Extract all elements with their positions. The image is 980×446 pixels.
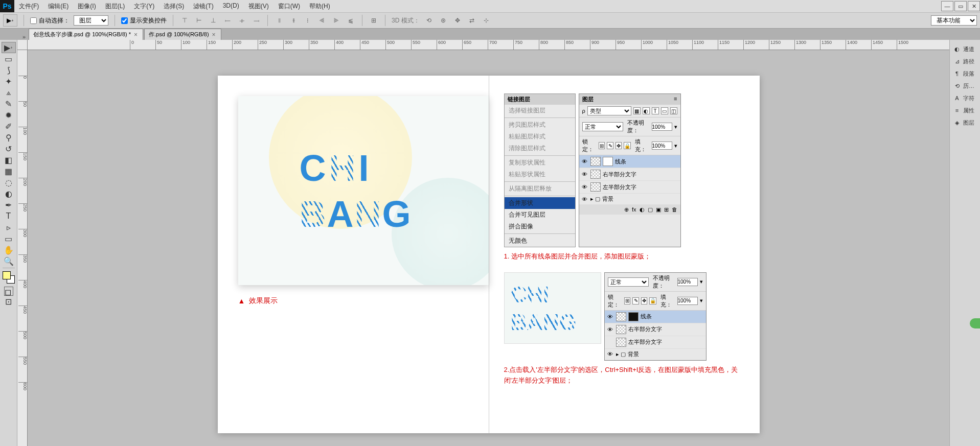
brush-tool[interactable]: ✐ (2, 121, 16, 132)
context-item[interactable]: 合并可见图层 (505, 209, 575, 221)
auto-select-type[interactable]: 图层 (74, 15, 108, 26)
lasso-tool[interactable]: ⟆ (2, 64, 16, 76)
panel-tab[interactable]: ⊿路径 (950, 55, 980, 67)
hand-tool[interactable]: ✋ (2, 244, 16, 255)
foreground-color[interactable] (3, 271, 11, 279)
type-tool[interactable]: T (2, 210, 16, 222)
menu-help[interactable]: 帮助(H) (305, 1, 335, 12)
context-item[interactable]: 粘贴形状属性 (505, 169, 575, 180)
align-left-icon[interactable]: ⟝ (222, 15, 233, 26)
menu-file[interactable]: 文件(F) (14, 1, 43, 12)
dodge-tool[interactable]: ◐ (2, 188, 16, 199)
dist-v3-icon[interactable]: ⫹ (346, 15, 356, 26)
3d-roll-icon[interactable]: ⊛ (438, 15, 448, 26)
context-item[interactable]: 清除图层样式 (505, 143, 575, 154)
panel-tab[interactable]: ◐通道 (950, 43, 980, 55)
menu-edit[interactable]: 编辑(E) (43, 1, 73, 12)
menu-view[interactable]: 视图(V) (244, 1, 274, 12)
context-item[interactable]: 无颜色 (505, 235, 575, 247)
dist-v1-icon[interactable]: ⫷ (317, 15, 327, 26)
panel-tab[interactable]: A字符 (950, 92, 980, 104)
canvas-scroll[interactable]: CHI BANG ▲ 效果展示 链接图层选择链接图层拷贝图层样式粘贴图层样式清 (28, 50, 949, 446)
context-item[interactable]: 拷贝图层样式 (505, 119, 575, 131)
show-transform-checkbox[interactable] (121, 17, 128, 24)
menu-type[interactable]: 文字(Y) (129, 1, 159, 12)
visibility-icon[interactable]: 👁 (581, 196, 588, 202)
tab-arrow-right[interactable]: » (19, 34, 29, 40)
menu-layer[interactable]: 图层(L) (101, 1, 130, 12)
menu-image[interactable]: 图像(I) (73, 1, 100, 12)
layer-row[interactable]: 👁左半部分文字 (579, 181, 680, 194)
marquee-tool[interactable]: ▭ (2, 53, 16, 64)
context-item[interactable]: 从隔离图层释放 (505, 183, 575, 195)
menu-3d[interactable]: 3D(D) (218, 1, 244, 12)
visibility-icon[interactable]: 👁 (607, 326, 614, 333)
menu-select[interactable]: 选择(S) (159, 1, 189, 12)
minimize-button[interactable]: — (941, 1, 953, 11)
visibility-icon[interactable]: 👁 (607, 314, 614, 320)
stamp-tool[interactable]: ⚲ (2, 132, 16, 143)
dist-v2-icon[interactable]: ⫸ (331, 15, 341, 26)
align-top-icon[interactable]: ⊤ (179, 15, 190, 26)
shape-tool[interactable]: ▭ (2, 233, 16, 244)
eyedropper-tool[interactable]: ✎ (2, 98, 16, 109)
menu-filter[interactable]: 滤镜(T) (189, 1, 218, 12)
move-tool[interactable]: ▶+ (2, 42, 16, 53)
color-swatch[interactable] (3, 271, 15, 284)
history-brush-tool[interactable]: ↺ (2, 143, 16, 154)
panel-tab[interactable]: ◈图层 (950, 116, 980, 129)
align-vcenter-icon[interactable]: ⊢ (194, 15, 204, 26)
workspace-switcher[interactable]: 基本功能 (931, 15, 977, 26)
close-icon[interactable]: × (133, 31, 139, 38)
layer-row[interactable]: 左半部分文字 (605, 336, 706, 349)
dist-h3-icon[interactable]: ⫶ (303, 15, 313, 26)
align-bottom-icon[interactable]: ⊥ (208, 15, 218, 26)
assist-badge[interactable] (970, 318, 980, 328)
maximize-button[interactable]: ▭ (954, 1, 967, 11)
auto-select-checkbox[interactable] (30, 17, 37, 24)
context-item[interactable]: 合并形状 (505, 197, 575, 209)
visibility-icon[interactable]: 👁 (581, 171, 588, 177)
dist-h2-icon[interactable]: ⫵ (288, 15, 299, 26)
blur-tool[interactable]: ◌ (2, 177, 16, 188)
close-icon[interactable]: × (211, 31, 217, 38)
magic-wand-tool[interactable]: ✦ (2, 76, 16, 87)
menu-window[interactable]: 窗口(W) (274, 1, 305, 12)
layer-row[interactable]: 👁▸ ▢背景 (579, 194, 680, 205)
screen-mode-icon[interactable]: ⊡ (2, 296, 16, 307)
crop-tool[interactable]: ⟁ (2, 87, 16, 98)
visibility-icon[interactable]: 👁 (581, 184, 588, 190)
zoom-tool[interactable]: 🔍 (2, 255, 16, 267)
panel-menu-icon[interactable]: ≡ (674, 96, 677, 103)
close-button[interactable]: ✕ (968, 1, 980, 11)
panel-tab[interactable]: ¶段落 (950, 67, 980, 80)
align-hcenter-icon[interactable]: ⟛ (237, 15, 247, 26)
path-select-tool[interactable]: ▹ (2, 222, 16, 233)
panel-tab[interactable]: ≡属性 (950, 104, 980, 116)
3d-scale-icon[interactable]: ⊹ (481, 15, 491, 26)
auto-select-check[interactable]: 自动选择： (30, 16, 70, 25)
panel-tab[interactable]: ⟲历… (950, 80, 980, 92)
spot-heal-tool[interactable]: ✹ (2, 109, 16, 121)
3d-slide-icon[interactable]: ⇄ (467, 15, 477, 26)
align-right-icon[interactable]: ⟞ (251, 15, 261, 26)
current-tool-icon[interactable]: ▶+ (3, 14, 17, 27)
layer-row[interactable]: 👁线条 (605, 311, 706, 323)
show-transform-check[interactable]: 显示变换控件 (121, 16, 167, 25)
context-item[interactable]: 选择链接图层 (505, 105, 575, 116)
tab-doc2[interactable]: 作.psd @ 100%(RGB/8) × (144, 29, 221, 40)
dist-h1-icon[interactable]: ⫴ (274, 15, 284, 26)
layer-row[interactable]: 👁▸ ▢背景 (605, 349, 706, 360)
gradient-tool[interactable]: ▦ (2, 166, 16, 177)
context-item[interactable]: 粘贴图层样式 (505, 131, 575, 143)
quick-mask-icon[interactable]: ◻ (4, 287, 13, 296)
context-item[interactable]: 复制形状属性 (505, 157, 575, 169)
3d-orbit-icon[interactable]: ⟲ (424, 15, 434, 26)
layer-row[interactable]: 👁右半部分文字 (579, 168, 680, 181)
context-item[interactable]: 拼合图像 (505, 221, 575, 232)
pen-tool[interactable]: ✒ (2, 199, 16, 210)
tab-doc1[interactable]: 创意线条字步骤.psd @ 100%(RGB/8) * × (29, 29, 143, 40)
auto-align-icon[interactable]: ⊞ (369, 15, 379, 26)
layer-row[interactable]: 👁线条 (579, 155, 680, 168)
layer-row[interactable]: 👁右半部分文字 (605, 323, 706, 336)
